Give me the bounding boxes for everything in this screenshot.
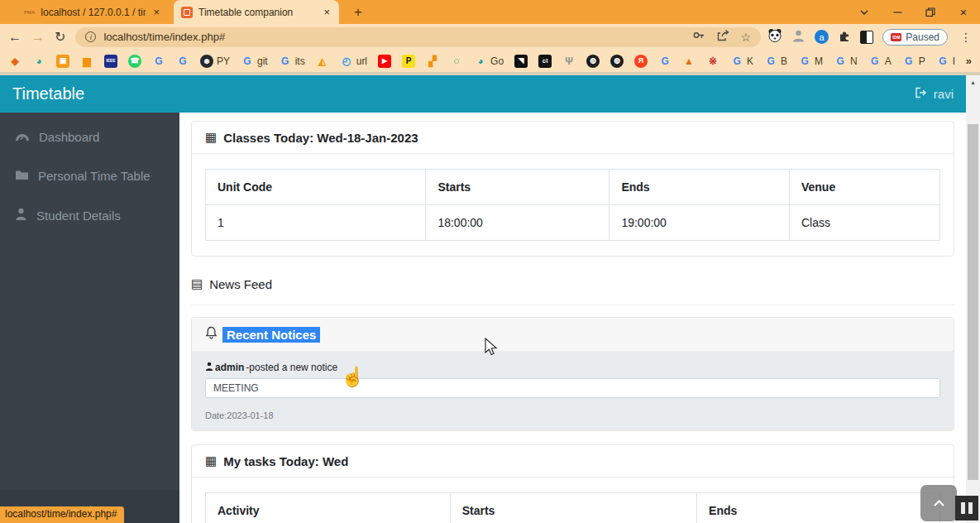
- mouse-arrow-cursor: [485, 338, 499, 360]
- speedtest-icon: ◴: [340, 55, 353, 68]
- bookmark-google[interactable]: GN: [834, 55, 858, 68]
- pointer-icon: ◆: [8, 55, 22, 68]
- bookmark-phpmyadmin[interactable]: ◭: [316, 55, 329, 68]
- google-icon: G: [798, 55, 811, 68]
- pause-bar-icon: [961, 502, 965, 514]
- logout-user[interactable]: ravi: [915, 87, 954, 101]
- tasks-card-body: Activity Starts Ends: [192, 477, 954, 523]
- username: ravi: [934, 87, 954, 101]
- bookmark-google[interactable]: GM: [798, 55, 823, 68]
- sidebar-item-label: Personal Time Table: [38, 169, 151, 183]
- scrollbar-thumb[interactable]: [968, 124, 978, 480]
- share-icon[interactable]: [717, 29, 729, 45]
- phpmyadmin-icon: ◭: [316, 55, 329, 68]
- bookmark-label: Go: [490, 55, 504, 67]
- bookmark-google[interactable]: GB: [764, 55, 787, 68]
- dark-mode-extension-icon[interactable]: [860, 31, 873, 44]
- bookmarks-overflow-icon[interactable]: »: [966, 55, 972, 67]
- bookmark-craigslist[interactable]: cl: [538, 55, 552, 68]
- notice-text-input[interactable]: [205, 378, 940, 398]
- bookmark-google[interactable]: Ggit: [241, 55, 268, 68]
- bookmark-matlab[interactable]: ▲: [682, 55, 696, 68]
- notices-title-selected-text[interactable]: Recent Notices: [222, 327, 320, 343]
- browser-menu-icon[interactable]: ⋮: [960, 31, 972, 44]
- tab-close-icon[interactable]: ×: [322, 6, 332, 18]
- tasks-table: Activity Starts Ends: [205, 492, 940, 523]
- table-header-row: Activity Starts Ends: [206, 493, 940, 523]
- sidebar-item-dashboard[interactable]: Dashboard: [0, 118, 179, 156]
- sidebar-item-personal-time-table[interactable]: Personal Time Table: [0, 156, 179, 195]
- bookmark-google[interactable]: GK: [730, 55, 753, 68]
- bookmark-postman[interactable]: P: [402, 55, 415, 68]
- bookmark-whatsapp[interactable]: ☎: [128, 55, 141, 68]
- bookmark-pointer[interactable]: ◆: [8, 55, 22, 68]
- bookmark-seal[interactable]: ※: [706, 55, 719, 68]
- new-tab-button[interactable]: +: [349, 4, 367, 21]
- bookmark-google[interactable]: GP: [902, 55, 925, 68]
- status-bubble: localhost/time/index.php#: [0, 506, 124, 523]
- bookmark-label: its: [295, 55, 305, 67]
- person-icon: Ψ: [562, 55, 576, 68]
- tab-timetable-companion[interactable]: Timetable companion ×: [174, 0, 339, 24]
- bookmark-google[interactable]: GA: [868, 55, 892, 68]
- bookmark-label: B: [781, 55, 787, 67]
- bookmark-google[interactable]: G: [658, 55, 672, 68]
- tab-close-icon[interactable]: ×: [151, 6, 161, 18]
- download-paused-pill[interactable]: IDM Paused: [882, 29, 948, 46]
- cell-starts: 18:00:00: [426, 205, 610, 241]
- sidebar-item-student-details[interactable]: Student Details: [0, 195, 179, 235]
- bookmark-google[interactable]: GI: [936, 55, 955, 68]
- close-button[interactable]: ×: [947, 0, 980, 24]
- bookmark-label: PY: [217, 55, 230, 67]
- google-icon: G: [152, 55, 165, 68]
- google-icon: G: [902, 55, 915, 68]
- forward-button[interactable]: →: [31, 30, 45, 45]
- panda-extension-icon[interactable]: [767, 28, 782, 46]
- scrollbar-up-arrow-icon[interactable]: ▲: [966, 75, 980, 89]
- tab-phpmyadmin[interactable]: PMA localhost / 127.0.0.1 / time / clas …: [17, 0, 169, 24]
- bookmark-godaddy[interactable]: ◕: [32, 55, 45, 68]
- bookmark-person[interactable]: Ψ: [562, 55, 576, 68]
- bookmark-ieee[interactable]: IEEE: [104, 55, 117, 68]
- globe-icon: ◍: [610, 55, 624, 68]
- reload-button[interactable]: ↻: [55, 29, 65, 45]
- bookmark-ring[interactable]: ○: [450, 55, 463, 68]
- scroll-to-top-button[interactable]: [920, 485, 957, 521]
- bookmark-globe[interactable]: ◍: [586, 55, 600, 68]
- bookmark-yandex[interactable]: Я: [634, 55, 648, 68]
- bookmark-movie[interactable]: ▞: [426, 55, 439, 68]
- minimize-button[interactable]: [881, 0, 914, 24]
- app-brand[interactable]: Timetable: [12, 84, 84, 103]
- address-bar[interactable]: i localhost/time/index.php# ☆: [75, 27, 761, 47]
- bookmark-speedtest[interactable]: ◴url: [340, 55, 367, 68]
- whatsapp-icon: ☎: [128, 55, 141, 68]
- bookmark-globe[interactable]: ◍: [610, 55, 624, 68]
- bookmark-camera[interactable]: ▣: [56, 55, 69, 68]
- bookmark-star-icon[interactable]: ☆: [741, 31, 752, 44]
- table-row: 1 18:00:00 19:00:00 Class: [206, 205, 940, 241]
- bookmark-github[interactable]: ☻PY: [200, 55, 230, 68]
- a-extension-icon[interactable]: a: [815, 30, 829, 44]
- back-button[interactable]: ←: [8, 30, 22, 45]
- extensions-puzzle-icon[interactable]: [838, 29, 851, 46]
- bookmark-analytics[interactable]: ▆: [80, 55, 93, 68]
- bookmark-google[interactable]: G: [152, 55, 165, 68]
- password-key-icon[interactable]: [692, 29, 705, 45]
- bookmark-google[interactable]: Gits: [279, 55, 305, 68]
- profile-icon[interactable]: [791, 29, 806, 46]
- notice-date: Date:2023-01-18: [205, 410, 940, 420]
- media-pause-overlay[interactable]: [955, 496, 978, 521]
- site-info-icon[interactable]: i: [85, 31, 96, 42]
- tab-title: localhost / 127.0.0.1 / time / clas: [41, 7, 146, 18]
- browser-tab-strip: PMA localhost / 127.0.0.1 / time / clas …: [0, 0, 980, 24]
- maximize-button[interactable]: [914, 0, 947, 24]
- chevron-down-icon[interactable]: [848, 0, 881, 24]
- bookmark-google[interactable]: G: [176, 55, 189, 68]
- bookmark-godaddy[interactable]: ◕Go: [474, 55, 504, 68]
- bookmark-bird[interactable]: ◥: [514, 55, 528, 68]
- seal-icon: ※: [706, 55, 719, 68]
- bookmark-youtube[interactable]: ▶: [378, 55, 391, 68]
- page-scrollbar[interactable]: ▲: [966, 75, 980, 523]
- sidebar-item-label: Dashboard: [39, 130, 99, 144]
- url-text[interactable]: localhost/time/index.php#: [103, 31, 691, 43]
